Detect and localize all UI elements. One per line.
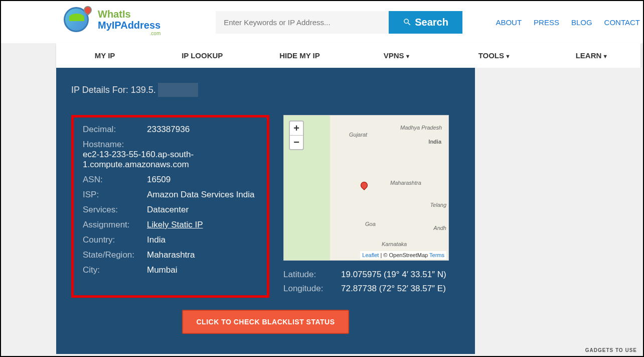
logo-text: WhatIs MyIPAddress .com [98,9,160,36]
link-leaflet[interactable]: Leaflet [362,252,379,258]
link-contact[interactable]: CONTACT [604,18,640,27]
value-longitude: 72.87738 (72° 52′ 38.57″ E) [341,284,446,294]
value-state: Maharashtra [147,250,195,260]
value-assignment-link[interactable]: Likely Static IP [147,220,203,230]
label-services: Services: [83,205,147,215]
map-region-label: Gujarat [349,132,367,138]
nav-my-ip[interactable]: MY IP [56,43,153,68]
zoom-in-button[interactable]: + [290,122,303,136]
label-isp: ISP: [83,190,147,200]
value-services: Datacenter [147,205,189,215]
value-decimal: 233387936 [147,125,190,135]
label-hostname: Hostname: [83,140,147,150]
nav-vpns[interactable]: VPNS▼ [349,43,446,68]
map-region-label: Maharashtra [390,180,421,186]
nav-ip-lookup[interactable]: IP LOOKUP [153,43,251,68]
content-panel: IP Details For: 139.5. Decimal:233387936… [56,68,475,354]
value-latitude: 19.075975 (19° 4′ 33.51″ N) [341,270,446,280]
blacklist-button[interactable]: CLICK TO CHECK BLACKLIST STATUS [182,310,349,334]
label-city: City: [83,265,147,275]
label-asn: ASN: [83,175,147,185]
link-about[interactable]: ABOUT [496,18,522,27]
search-input[interactable] [216,11,389,34]
map-region-label: Karnataka [382,241,407,247]
map-region-label: Andh [433,225,446,231]
main-nav: MY IP IP LOOKUP HIDE MY IP VPNS▼ TOOLS▼ … [56,43,640,68]
redacted-ip [158,83,198,97]
label-longitude: Longitude: [283,284,341,294]
label-state: State/Region: [83,250,147,260]
map-attribution: Leaflet | © OpenStreetMap Terms [360,251,446,259]
link-blog[interactable]: BLOG [571,18,592,27]
page-title: IP Details For: 139.5. [71,83,460,97]
logo[interactable]: WhatIs MyIPAddress .com [64,7,160,37]
map[interactable]: Gujarat Madhya Pradesh India Maharashtra… [283,115,449,261]
value-hostname: ec2-13-233-55-160.ap-south-1.compute.ama… [83,150,258,170]
map-region-label: Goa [365,221,376,227]
nav-learn[interactable]: LEARN▼ [543,43,640,68]
value-asn: 16509 [147,175,171,185]
watermark: GADGETS TO USE [585,347,637,353]
value-isp: Amazon Data Services India [147,190,255,200]
value-country: India [147,235,166,245]
map-zoom-controls: + − [289,121,304,150]
chevron-down-icon: ▼ [602,53,608,59]
label-country: Country: [83,235,147,245]
label-assignment: Assignment: [83,220,147,230]
header: WhatIs MyIPAddress .com Search ABOUT PRE… [1,1,643,43]
label-decimal: Decimal: [83,125,147,135]
search-button[interactable]: Search [389,11,462,34]
chevron-down-icon: ▼ [505,53,511,59]
value-city: Mumbai [147,265,177,275]
top-links: ABOUT PRESS BLOG CONTACT [496,18,643,27]
nav-tools[interactable]: TOOLS▼ [446,43,543,68]
link-press[interactable]: PRESS [534,18,559,27]
link-terms[interactable]: Terms [429,252,444,258]
search-form: Search [216,11,462,34]
coordinates: Latitude:19.075975 (19° 4′ 33.51″ N) Lon… [283,270,460,294]
logo-globe-icon [64,7,94,37]
label-latitude: Latitude: [283,270,341,280]
zoom-out-button[interactable]: − [290,136,303,149]
chevron-down-icon: ▼ [405,53,411,59]
ip-details-box: Decimal:233387936 Hostname:ec2-13-233-55… [71,115,269,298]
search-icon [403,18,412,27]
nav-hide-my-ip[interactable]: HIDE MY IP [251,43,348,68]
map-region-label: Telang [430,202,446,208]
map-region-label: Madhya Pradesh [400,125,442,131]
map-country-label: India [428,139,441,145]
